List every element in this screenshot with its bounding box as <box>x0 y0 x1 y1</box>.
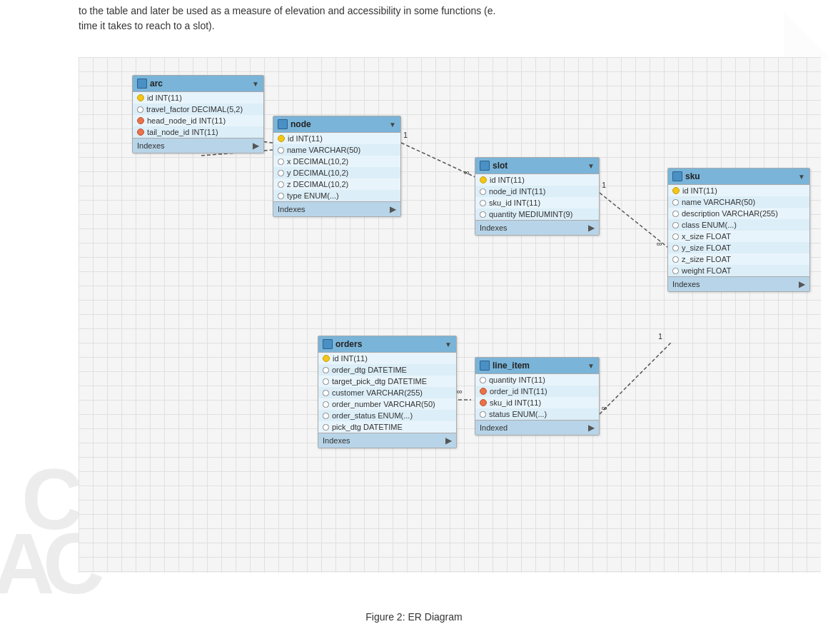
figure-caption: Figure 2: ER Diagram <box>0 611 828 623</box>
table-row: pick_dtg DATETIME <box>318 421 456 433</box>
table-line-item-name: line_item <box>493 361 530 371</box>
table-orders: orders ▼ id INT(11) order_dtg DATETIME t… <box>318 336 457 448</box>
svg-line-4 <box>401 143 478 178</box>
table-row: name VARCHAR(50) <box>273 144 400 156</box>
field-icon <box>321 388 330 398</box>
field-icon <box>321 377 330 386</box>
svg-text:1: 1 <box>602 181 606 189</box>
table-sku-chevron[interactable]: ▼ <box>798 173 805 181</box>
footer-arrow: ▶ <box>390 204 396 214</box>
watermark-a: A <box>0 514 55 613</box>
table-line-item-footer[interactable]: Indexed ▶ <box>475 420 599 435</box>
fk-icon <box>137 117 144 124</box>
table-row: class ENUM(...) <box>668 219 809 231</box>
table-node-name: node <box>291 119 311 129</box>
field-icon <box>478 210 488 219</box>
field-icon <box>321 411 330 421</box>
page-container: A C C ◣ to the table and later be used a… <box>0 0 828 644</box>
table-row: sku_id INT(11) <box>475 197 599 208</box>
table-orders-header[interactable]: orders ▼ <box>318 336 456 353</box>
diagram-area: ∞ 1 1 ∞ 1 ∞ 1 ∞ ∞ 1 arc <box>79 57 821 573</box>
table-row: travel_factor DECIMAL(5,2) <box>133 104 263 115</box>
footer-arrow: ▶ <box>445 436 452 446</box>
table-row: order_number VARCHAR(50) <box>318 398 456 410</box>
table-slot-name: slot <box>493 161 508 171</box>
field-icon <box>671 209 680 218</box>
table-arc-chevron[interactable]: ▼ <box>252 80 259 88</box>
table-row: quantity INT(11) <box>475 374 599 386</box>
table-row: id INT(11) <box>273 133 400 144</box>
watermark-c1: C <box>21 450 84 548</box>
svg-text:∞: ∞ <box>457 387 463 396</box>
table-slot-footer[interactable]: Indexes ▶ <box>475 220 599 235</box>
table-sku-name: sku <box>685 171 700 181</box>
table-slot-chevron[interactable]: ▼ <box>587 162 595 170</box>
table-row: id INT(11) <box>133 92 263 104</box>
table-row: tail_node_id INT(11) <box>133 126 263 138</box>
table-orders-chevron[interactable]: ▼ <box>445 341 452 348</box>
table-row: order_dtg DATETIME <box>318 364 456 376</box>
table-row: sku_id INT(11) <box>475 397 599 408</box>
table-sku-icon <box>672 171 682 181</box>
table-arc-name: arc <box>150 79 163 89</box>
table-sku-body: id INT(11) name VARCHAR(50) description … <box>668 185 809 276</box>
table-row: status ENUM(...) <box>475 408 599 420</box>
table-node-chevron[interactable]: ▼ <box>389 121 396 129</box>
svg-text:1: 1 <box>658 332 662 341</box>
table-sku-header[interactable]: sku ▼ <box>668 168 809 185</box>
fk-icon <box>137 129 144 136</box>
field-icon <box>671 255 680 264</box>
table-arc-body: id INT(11) travel_factor DECIMAL(5,2) he… <box>133 92 263 138</box>
table-arc-header[interactable]: arc ▼ <box>133 76 263 92</box>
svg-text:∞: ∞ <box>464 168 470 176</box>
table-sku-footer[interactable]: Indexes ▶ <box>668 276 809 291</box>
table-node-icon <box>278 119 288 129</box>
table-arc-icon <box>137 79 147 89</box>
table-node-header[interactable]: node ▼ <box>273 116 400 133</box>
table-row: customer VARCHAR(255) <box>318 387 456 398</box>
field-icon <box>136 105 145 114</box>
table-orders-name: orders <box>335 339 362 349</box>
field-icon <box>276 180 286 189</box>
table-row: id INT(11) <box>475 174 599 186</box>
table-row: type ENUM(...) <box>273 190 400 201</box>
pk-icon <box>672 187 680 194</box>
table-line-item-chevron[interactable]: ▼ <box>587 362 595 370</box>
pk-icon <box>323 355 330 362</box>
table-slot-header[interactable]: slot ▼ <box>475 158 599 174</box>
svg-text:∞: ∞ <box>602 403 607 412</box>
table-row: x_size FLOAT <box>668 231 809 242</box>
table-row: description VARCHAR(255) <box>668 208 809 219</box>
svg-line-7 <box>600 193 671 250</box>
table-row: z_size FLOAT <box>668 253 809 265</box>
field-icon <box>276 191 286 201</box>
table-arc-footer[interactable]: Indexes ▶ <box>133 138 263 153</box>
table-line-item-body: quantity INT(11) order_id INT(11) sku_id… <box>475 374 599 420</box>
table-row: order_id INT(11) <box>475 386 599 397</box>
svg-text:1: 1 <box>403 131 408 139</box>
table-slot-body: id INT(11) node_id INT(11) sku_id INT(11… <box>475 174 599 220</box>
table-sku: sku ▼ id INT(11) name VARCHAR(50) descri… <box>667 168 810 292</box>
table-row: x DECIMAL(10,2) <box>273 156 400 167</box>
table-line-item-header[interactable]: line_item ▼ <box>475 358 599 374</box>
footer-arrow: ▶ <box>799 279 805 289</box>
table-row: node_id INT(11) <box>475 186 599 197</box>
table-node-footer[interactable]: Indexes ▶ <box>273 201 400 216</box>
field-icon <box>671 221 680 230</box>
table-slot: slot ▼ id INT(11) node_id INT(11) sku_id… <box>475 157 600 236</box>
table-node-body: id INT(11) name VARCHAR(50) x DECIMAL(10… <box>273 133 400 201</box>
top-text-line2: time it takes to reach to a slot). <box>79 20 215 31</box>
fk-icon <box>480 399 487 406</box>
field-icon <box>671 243 680 253</box>
svg-text:∞: ∞ <box>657 239 662 248</box>
table-orders-body: id INT(11) order_dtg DATETIME target_pic… <box>318 353 456 433</box>
table-line-item-icon <box>480 361 490 371</box>
table-orders-icon <box>323 339 333 349</box>
top-text-line1: to the table and later be used as a meas… <box>79 5 495 16</box>
table-node: node ▼ id INT(11) name VARCHAR(50) x DEC… <box>273 116 401 217</box>
table-row: z DECIMAL(10,2) <box>273 178 400 190</box>
field-icon <box>321 423 330 432</box>
table-orders-footer[interactable]: Indexes ▶ <box>318 433 456 448</box>
fk-icon <box>480 388 487 395</box>
footer-arrow: ▶ <box>588 223 595 233</box>
